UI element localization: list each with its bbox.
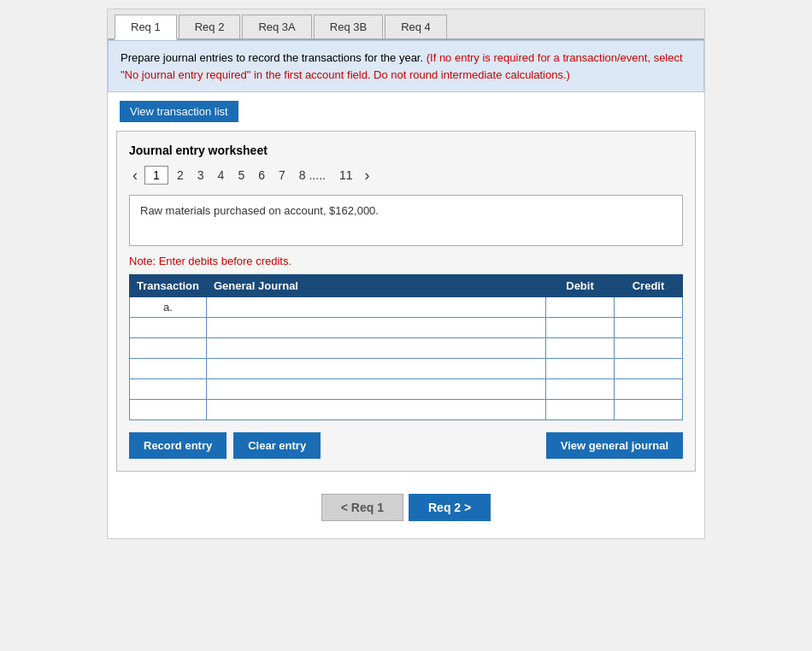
prev-req-button[interactable]: < Req 1: [321, 494, 403, 521]
credit-cell-6[interactable]: [615, 400, 683, 420]
entry-1[interactable]: 1: [144, 166, 168, 185]
entry-7[interactable]: 7: [274, 167, 291, 184]
action-buttons-row: Record entry Clear entry View general jo…: [129, 432, 683, 459]
transaction-cell-3: [130, 338, 207, 359]
nav-next-arrow[interactable]: ›: [361, 167, 373, 185]
debit-cell-3[interactable]: [546, 338, 615, 359]
debit-input-2[interactable]: [546, 318, 614, 337]
tab-req2[interactable]: Req 2: [179, 15, 241, 38]
transaction-cell-6: [130, 400, 207, 420]
entry-4[interactable]: 4: [213, 167, 230, 184]
instructions-main: Prepare journal entries to record the tr…: [121, 51, 423, 64]
credit-cell-2[interactable]: [615, 318, 683, 338]
record-entry-button[interactable]: Record entry: [129, 432, 227, 459]
credit-input-1[interactable]: [615, 297, 682, 317]
journal-cell-3[interactable]: [207, 338, 546, 359]
journal-cell-4[interactable]: [207, 359, 546, 379]
transaction-cell-4: [130, 359, 207, 379]
instructions-panel: Prepare journal entries to record the tr…: [108, 40, 704, 92]
nav-prev-arrow[interactable]: ‹: [129, 167, 141, 185]
debit-cell-5[interactable]: [546, 379, 615, 400]
entry-2[interactable]: 2: [172, 167, 189, 184]
table-row: [130, 359, 683, 379]
note-text: Note: Enter debits before credits.: [129, 255, 683, 267]
journal-input-6[interactable]: [207, 400, 545, 419]
journal-cell-6[interactable]: [207, 400, 546, 420]
credit-input-4[interactable]: [615, 359, 682, 378]
entry-3[interactable]: 3: [192, 167, 209, 184]
journal-input-1[interactable]: [207, 297, 545, 317]
debit-cell-2[interactable]: [546, 318, 615, 338]
entry-nav: ‹ 1 2 3 4 5 6 7 8 ..... 11 ›: [129, 166, 683, 185]
bottom-nav: < Req 1 Req 2 >: [108, 480, 704, 538]
view-transaction-button[interactable]: View transaction list: [120, 101, 238, 122]
journal-input-5[interactable]: [207, 379, 545, 399]
table-row: [130, 379, 683, 400]
credit-cell-1[interactable]: [615, 297, 683, 318]
debit-input-1[interactable]: [546, 297, 614, 317]
table-row: [130, 338, 683, 359]
view-general-journal-button[interactable]: View general journal: [546, 432, 683, 459]
credit-cell-4[interactable]: [615, 359, 683, 379]
credit-cell-3[interactable]: [615, 338, 683, 359]
journal-input-4[interactable]: [207, 359, 545, 378]
journal-cell-5[interactable]: [207, 379, 546, 400]
worksheet-container: Journal entry worksheet ‹ 1 2 3 4 5 6 7 …: [116, 131, 696, 472]
table-row: a.: [130, 297, 683, 318]
journal-cell-1[interactable]: [207, 297, 546, 318]
th-general-journal: General Journal: [207, 275, 546, 297]
th-debit: Debit: [546, 275, 615, 297]
debit-cell-4[interactable]: [546, 359, 615, 379]
tab-req3a[interactable]: Req 3A: [242, 15, 311, 38]
credit-input-6[interactable]: [615, 400, 682, 419]
entry-6[interactable]: 6: [253, 167, 270, 184]
transaction-cell-2: [130, 318, 207, 338]
th-credit: Credit: [615, 275, 683, 297]
entry-11[interactable]: 11: [334, 167, 358, 184]
credit-input-3[interactable]: [615, 338, 682, 358]
transaction-cell-5: [130, 379, 207, 400]
tab-req4[interactable]: Req 4: [385, 15, 447, 38]
journal-cell-2[interactable]: [207, 318, 546, 338]
journal-input-2[interactable]: [207, 318, 545, 337]
table-row: [130, 400, 683, 420]
journal-input-3[interactable]: [207, 338, 545, 358]
entry-8[interactable]: 8 .....: [294, 167, 331, 184]
debit-input-3[interactable]: [546, 338, 614, 358]
credit-cell-5[interactable]: [615, 379, 683, 400]
credit-input-5[interactable]: [615, 379, 682, 399]
clear-entry-button[interactable]: Clear entry: [233, 432, 321, 459]
worksheet-title: Journal entry worksheet: [129, 144, 683, 157]
debit-input-6[interactable]: [546, 400, 614, 419]
page-container: Req 1 Req 2 Req 3A Req 3B Req 4 Prepare …: [107, 9, 705, 539]
table-row: [130, 318, 683, 338]
tabs-bar: Req 1 Req 2 Req 3A Req 3B Req 4: [108, 9, 704, 40]
entry-5[interactable]: 5: [232, 167, 250, 184]
description-box: Raw materials purchased on account, $162…: [129, 195, 683, 246]
debit-cell-1[interactable]: [546, 297, 615, 318]
debit-input-5[interactable]: [546, 379, 614, 399]
transaction-cell-1: a.: [130, 297, 207, 318]
debit-cell-6[interactable]: [546, 400, 615, 420]
journal-table: Transaction General Journal Debit Credit…: [129, 274, 683, 420]
tab-req3b[interactable]: Req 3B: [314, 15, 383, 38]
next-req-button[interactable]: Req 2 >: [409, 494, 491, 521]
th-transaction: Transaction: [130, 275, 207, 297]
debit-input-4[interactable]: [546, 359, 614, 378]
tab-req1[interactable]: Req 1: [115, 15, 177, 40]
credit-input-2[interactable]: [615, 318, 682, 337]
